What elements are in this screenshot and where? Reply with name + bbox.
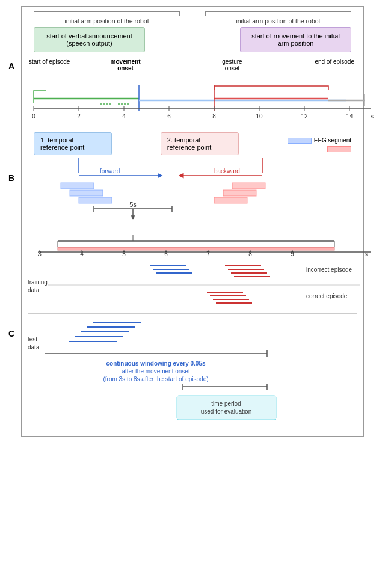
event-label-end: end of episode xyxy=(306,58,354,65)
ref-box-1: 1. temporal reference point xyxy=(34,132,112,155)
svg-text:s: s xyxy=(365,251,368,256)
svg-rect-34 xyxy=(61,183,94,189)
svg-text:9: 9 xyxy=(291,251,294,256)
svg-text:10: 10 xyxy=(256,113,263,120)
training-data-label: training data xyxy=(28,278,48,294)
svg-text:7: 7 xyxy=(206,251,210,256)
section-label-a: A xyxy=(8,61,14,71)
section-label-c: C xyxy=(8,329,14,338)
svg-text:5: 5 xyxy=(122,251,126,256)
svg-text:12: 12 xyxy=(301,113,308,120)
svg-text:3: 3 xyxy=(38,251,42,256)
svg-text:6: 6 xyxy=(164,251,168,256)
svg-text:after the movement onset: after the movement onset xyxy=(122,368,190,375)
svg-rect-38 xyxy=(223,190,256,196)
event-label-gesture: gestureonset xyxy=(214,58,250,72)
svg-text:8: 8 xyxy=(248,251,252,256)
svg-rect-36 xyxy=(79,197,112,203)
event-label-movement: movementonset xyxy=(106,58,145,72)
purple-box: start of movement to the initial arm pos… xyxy=(240,27,351,52)
event-label-start: start of episode xyxy=(29,58,71,65)
svg-text:incorrect episode: incorrect episode xyxy=(306,266,353,273)
ref-box-2: 2. temporal reference point xyxy=(161,132,239,155)
eeg-legend-label: EEG segment xyxy=(314,137,351,144)
green-box: start of verbal announcement (speech out… xyxy=(34,27,145,52)
svg-text:2: 2 xyxy=(77,113,81,120)
svg-text:4: 4 xyxy=(80,251,84,256)
bracket-label-right: initial arm position of the robot xyxy=(199,17,357,25)
svg-text:(from 3s to 8s after the start: (from 3s to 8s after the start of episod… xyxy=(103,376,208,382)
svg-rect-49 xyxy=(58,247,334,250)
svg-text:correct episode: correct episode xyxy=(306,293,348,299)
svg-text:6: 6 xyxy=(167,113,171,120)
svg-text:14: 14 xyxy=(346,113,353,120)
svg-rect-35 xyxy=(70,190,103,196)
svg-text:forward: forward xyxy=(100,168,120,174)
svg-text:0: 0 xyxy=(32,113,35,120)
svg-text:backward: backward xyxy=(214,168,240,174)
svg-text:s: s xyxy=(371,113,374,120)
svg-text:4: 4 xyxy=(122,113,126,120)
svg-rect-37 xyxy=(232,183,265,189)
svg-rect-94 xyxy=(177,396,276,420)
test-data-label: test data xyxy=(28,335,45,351)
svg-text:time period: time period xyxy=(211,400,241,407)
svg-rect-39 xyxy=(214,197,247,203)
svg-text:used for evaluation: used for evaluation xyxy=(201,408,252,415)
bracket-label-left: initial arm position of the robot xyxy=(28,17,186,25)
svg-text:continuous windowing every 0.0: continuous windowing every 0.05s xyxy=(106,360,205,367)
section-label-b: B xyxy=(8,173,14,183)
svg-text:5s: 5s xyxy=(129,201,137,208)
svg-text:8: 8 xyxy=(212,113,216,120)
